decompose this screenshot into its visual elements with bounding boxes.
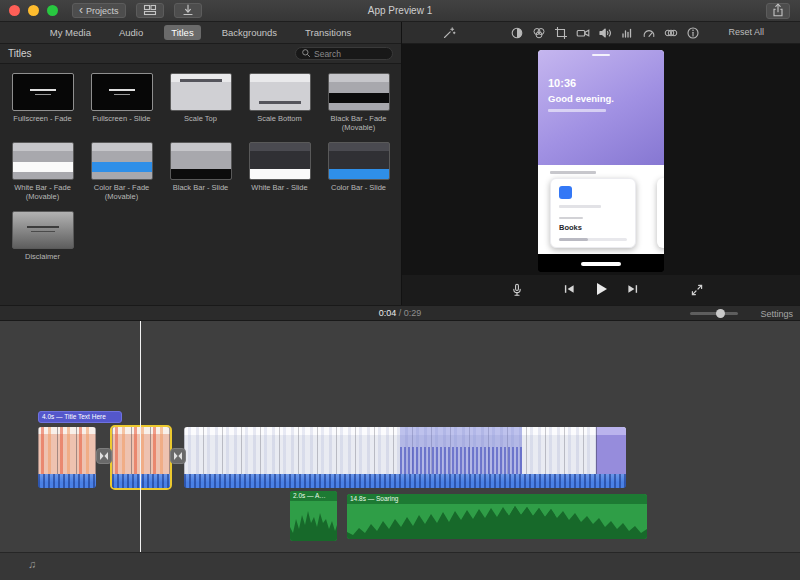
book-app-icon: [559, 186, 572, 199]
browser-pane: My Media Audio Titles Backgrounds Transi…: [0, 22, 401, 305]
crop-icon[interactable]: [554, 26, 568, 40]
title-item[interactable]: Scale Bottom: [243, 73, 317, 133]
adjust-toolbar: Reset All: [402, 22, 800, 44]
import-media-button[interactable]: [174, 3, 202, 18]
zoom-window-button[interactable]: [47, 5, 58, 16]
clip-filmstrip: [38, 427, 96, 474]
titlebar: ‹ Projects App Preview 1: [0, 0, 800, 22]
card-text-line: [559, 205, 601, 208]
title-thumbnail: [249, 73, 311, 111]
title-item[interactable]: Black Bar - Fade (Movable): [322, 73, 396, 133]
pane-divider: [401, 22, 402, 305]
audio-waveform: [290, 501, 337, 541]
current-time: 0:04: [379, 308, 397, 318]
phone-status-bar: [592, 54, 610, 56]
title-item[interactable]: Scale Top: [164, 73, 238, 133]
title-thumbnail: [91, 73, 153, 111]
search-field[interactable]: [295, 47, 393, 60]
enhance-wand-icon[interactable]: [442, 26, 456, 40]
title-label: Scale Bottom: [243, 114, 317, 131]
title-thumbnail: [12, 142, 74, 180]
title-item[interactable]: Disclaimer: [6, 211, 80, 269]
tab-transitions[interactable]: Transitions: [298, 25, 358, 40]
transition-button[interactable]: [96, 448, 112, 464]
search-icon: [301, 48, 311, 60]
music-note-icon: ♫: [28, 558, 36, 570]
card-progress-bar: [559, 238, 627, 241]
fullscreen-button[interactable]: [690, 283, 704, 299]
noise-reduction-icon[interactable]: [620, 26, 634, 40]
video-clip[interactable]: [38, 427, 96, 488]
timeline-zoom-slider[interactable]: [690, 312, 738, 315]
playhead[interactable]: [140, 321, 141, 552]
projects-label: Projects: [86, 6, 119, 16]
projects-back-button[interactable]: ‹ Projects: [72, 3, 126, 18]
title-bar-graphic: [13, 162, 73, 172]
color-correction-icon[interactable]: [532, 26, 546, 40]
title-item[interactable]: Color Bar - Slide: [322, 142, 396, 202]
phone-greeting: Good evening.: [548, 93, 614, 104]
title-bar-graphic: [250, 169, 310, 179]
color-balance-icon[interactable]: [510, 26, 524, 40]
title-item[interactable]: White Bar - Slide: [243, 142, 317, 202]
background-music-well[interactable]: ♫: [0, 552, 800, 580]
title-item[interactable]: Fullscreen - Fade: [6, 73, 80, 133]
minimize-window-button[interactable]: [28, 5, 39, 16]
media-organizer-icon: [143, 3, 157, 19]
total-duration: / 0:29: [396, 308, 421, 318]
title-item[interactable]: White Bar - Fade (Movable): [6, 142, 80, 202]
title-label: Black Bar - Slide: [164, 183, 238, 200]
play-button[interactable]: [592, 280, 610, 300]
title-label: Disclaimer: [6, 252, 80, 269]
reset-all-button[interactable]: Reset All: [728, 27, 764, 37]
media-tabs: My Media Audio Titles Backgrounds Transi…: [0, 22, 401, 44]
speed-icon[interactable]: [642, 26, 656, 40]
title-label: Color Bar - Slide: [322, 183, 396, 200]
title-item[interactable]: Black Bar - Slide: [164, 142, 238, 202]
share-icon: [771, 3, 785, 19]
title-thumbnail: [12, 73, 74, 111]
video-clip-selected[interactable]: [112, 427, 170, 488]
clip-filter-icon[interactable]: [664, 26, 678, 40]
title-item[interactable]: Color Bar - Fade (Movable): [85, 142, 159, 202]
title-bar-graphic: [92, 162, 152, 172]
phone-time: 10:36: [548, 77, 576, 89]
title-clip[interactable]: 4.0s — Title Text Here: [38, 411, 122, 423]
zoom-slider-thumb[interactable]: [716, 309, 725, 318]
stabilization-icon[interactable]: [576, 26, 590, 40]
search-input[interactable]: [314, 49, 387, 59]
timeline[interactable]: 4.0s — Title Text Here 2.0s — A…: [0, 321, 800, 552]
title-thumbnail: [170, 73, 232, 111]
audio-clip[interactable]: 14.8s — Soaring: [347, 494, 647, 539]
close-window-button[interactable]: [9, 5, 20, 16]
phone-subtitle-line: [548, 109, 606, 112]
phone-preview: 10:36 Good evening. Books: [538, 50, 664, 272]
title-label: Fullscreen - Slide: [85, 114, 159, 131]
title-item[interactable]: Fullscreen - Slide: [85, 73, 159, 133]
next-frame-button[interactable]: [626, 282, 640, 298]
clip-audio-waveform: [184, 474, 626, 488]
previous-frame-button[interactable]: [562, 282, 576, 298]
window-controls: [9, 5, 58, 16]
imovie-window: ‹ Projects App Preview 1: [0, 0, 800, 580]
video-clip[interactable]: [184, 427, 626, 488]
media-organizer-button[interactable]: [136, 3, 164, 18]
volume-icon[interactable]: [598, 26, 612, 40]
title-label: Black Bar - Fade (Movable): [322, 114, 396, 133]
clip-end-frames: [596, 427, 626, 474]
title-bar-graphic: [171, 169, 231, 179]
share-button[interactable]: [766, 3, 790, 19]
title-label: Scale Top: [164, 114, 238, 131]
info-icon[interactable]: [686, 26, 700, 40]
tab-titles[interactable]: Titles: [164, 25, 200, 40]
tab-backgrounds[interactable]: Backgrounds: [215, 25, 284, 40]
preview-viewer: 10:36 Good evening. Books: [402, 44, 800, 275]
title-thumbnail: [328, 73, 390, 111]
tab-audio[interactable]: Audio: [112, 25, 150, 40]
transition-button[interactable]: [170, 448, 186, 464]
settings-button[interactable]: Settings: [760, 309, 793, 319]
tab-my-media[interactable]: My Media: [43, 25, 98, 40]
title-label: Color Bar - Fade (Movable): [85, 183, 159, 202]
audio-clip[interactable]: 2.0s — A…: [290, 491, 337, 541]
transport-controls: [402, 275, 800, 305]
